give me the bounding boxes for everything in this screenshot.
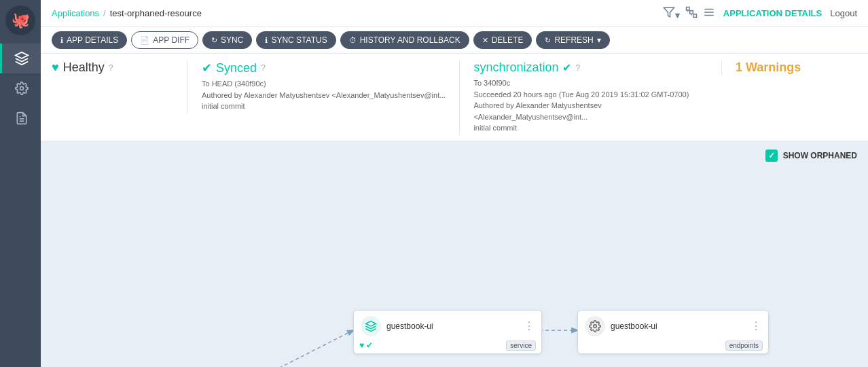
endpoints-node-icon <box>585 316 605 336</box>
breadcrumb-current: test-orphaned-resource <box>110 8 202 18</box>
svg-point-23 <box>594 324 597 328</box>
main-content: Applications / test-orphaned-resource ▾ … <box>41 0 868 367</box>
sidebar-item-settings[interactable] <box>0 73 41 103</box>
app-details-button[interactable]: ℹ APP DETAILS <box>52 31 127 49</box>
sidebar-item-docs[interactable] <box>0 103 41 133</box>
synced-help-icon[interactable]: ? <box>261 63 266 73</box>
service-healthy-icon: ♥ <box>359 340 364 350</box>
breadcrumb-applications-link[interactable]: Applications <box>52 8 99 18</box>
sync-icon: ↻ <box>211 36 217 45</box>
heart-icon: ♥ <box>52 60 59 75</box>
endpoints-badge: endpoints <box>725 340 763 351</box>
sync-status-icon: ℹ <box>265 36 268 45</box>
refresh-arrow-icon: ▾ <box>597 35 601 45</box>
service-node-title: guestbook-ui <box>386 321 518 331</box>
service-node-menu[interactable]: ⋮ <box>524 319 535 332</box>
synced-check-icon: ✔ <box>202 60 212 75</box>
service-node-status-icons: ♥ ✔ <box>359 340 373 350</box>
svg-marker-4 <box>664 7 674 17</box>
warnings-status: 1 Warnings <box>721 60 857 75</box>
service-synced-icon: ✔ <box>366 340 373 350</box>
topnav: Applications / test-orphaned-resource ▾ … <box>41 0 868 27</box>
history-rollback-button[interactable]: ⏱ HISTORY AND ROLLBACK <box>340 31 469 49</box>
logout-link[interactable]: Logout <box>830 8 857 18</box>
healthy-help-icon[interactable]: ? <box>109 63 113 73</box>
tree-view-icon[interactable] <box>685 6 698 20</box>
topnav-icons: ▾ <box>663 6 715 20</box>
healthy-title: ♥ Healthy ? <box>52 60 174 75</box>
show-orphaned-checkbox[interactable]: ✓ <box>765 150 778 162</box>
refresh-icon: ↻ <box>545 36 551 45</box>
sidebar: 🐙 <box>0 0 41 367</box>
canvas-area: ✓ SHOW ORPHANED <box>41 141 868 368</box>
sidebar-item-layers[interactable] <box>0 43 41 73</box>
topnav-right: ▾ APPLICATION DETAILS Logout <box>663 6 857 20</box>
sync-op-help-icon[interactable]: ? <box>575 63 580 73</box>
svg-line-14 <box>241 330 353 368</box>
endpoints-node-title: guestbook-ui <box>611 321 745 331</box>
sync-op-check-icon: ✔ <box>562 61 571 74</box>
info-icon: ℹ <box>60 36 63 45</box>
breadcrumb: Applications / test-orphaned-resource <box>52 8 202 18</box>
warnings-label: 1 Warnings <box>736 60 844 75</box>
sync-op-detail: To 340f90c Succeeded 20 hours ago (Tue A… <box>473 77 708 134</box>
svg-rect-7 <box>693 14 697 18</box>
delete-button[interactable]: ✕ DELETE <box>473 31 532 49</box>
sync-button[interactable]: ↻ SYNC <box>202 31 252 49</box>
breadcrumb-separator: / <box>103 8 106 18</box>
history-icon: ⏱ <box>349 36 357 44</box>
synchronization-status: synchronization ✔ ? To 340f90c Succeeded… <box>459 60 721 134</box>
healthy-status: ♥ Healthy ? <box>52 60 187 75</box>
svg-marker-0 <box>15 52 27 58</box>
sync-op-title: synchronization ✔ ? <box>473 60 708 75</box>
synced-status: ✔ Synced ? To HEAD (340f90c) Authored by… <box>187 60 459 112</box>
filter-icon[interactable]: ▾ <box>663 6 680 20</box>
service-node-badge: service <box>506 340 536 351</box>
sidebar-logo: 🐙 <box>5 5 35 35</box>
endpoints-node-menu[interactable]: ⋮ <box>751 319 761 332</box>
guestbook-ui-service-node: guestbook-ui ⋮ ♥ ✔ service <box>353 310 542 354</box>
service-node-icon <box>361 316 381 336</box>
refresh-button[interactable]: ↻ REFRESH ▾ <box>536 31 609 49</box>
statusbar: ♥ Healthy ? ✔ Synced ? To HEAD (340f90c)… <box>41 54 868 141</box>
synced-detail: To HEAD (340f90c) Authored by Alexander … <box>202 78 446 112</box>
app-details-label: APPLICATION DETAILS <box>723 8 822 18</box>
svg-rect-6 <box>690 11 693 14</box>
svg-marker-20 <box>366 321 376 326</box>
diff-icon: 📄 <box>140 36 149 45</box>
show-orphaned-bar: ✓ SHOW ORPHANED <box>765 150 857 162</box>
svg-point-1 <box>20 87 23 90</box>
list-view-icon[interactable] <box>703 6 715 20</box>
sync-status-button[interactable]: ℹ SYNC STATUS <box>256 31 336 49</box>
app-diff-button[interactable]: 📄 APP DIFF <box>131 31 198 49</box>
guestbook-ui-endpoints-node: guestbook-ui ⋮ endpoints <box>577 310 769 354</box>
toolbar: ℹ APP DETAILS 📄 APP DIFF ↻ SYNC ℹ SYNC S… <box>41 27 868 54</box>
delete-icon: ✕ <box>482 36 488 45</box>
show-orphaned-label: SHOW ORPHANED <box>783 151 857 160</box>
synced-title: ✔ Synced ? <box>202 60 446 75</box>
svg-rect-5 <box>686 7 689 11</box>
